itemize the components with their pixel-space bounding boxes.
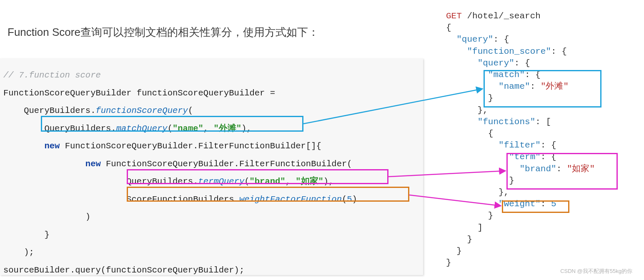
code-line: new FunctionScoreQueryBuilder.FilterFunc… — [0, 138, 423, 155]
code-line: "function_score": { — [442, 46, 640, 58]
json-dsl-panel: GET /hotel/_search { "query": { "functio… — [442, 10, 640, 269]
code-line: { — [442, 128, 640, 140]
code-line: "query": { — [442, 58, 640, 69]
code-line: "filter": { — [442, 140, 640, 151]
highlight-match-query — [41, 116, 303, 132]
highlight-json-match — [484, 70, 601, 108]
code-line: } — [0, 226, 423, 244]
code-line: // 7.function score — [0, 67, 423, 85]
watermark-text: CSDN @我不配拥有55kg的你 — [560, 268, 632, 275]
highlight-term-query — [127, 169, 388, 184]
code-line: ) — [0, 208, 423, 226]
code-line: } — [442, 245, 640, 257]
code-line: "query": { — [442, 34, 640, 45]
code-line: "functions": [ — [442, 116, 640, 128]
code-line: ] — [442, 222, 640, 234]
highlight-json-weight — [502, 200, 569, 213]
code-comment: // 7.function score — [3, 70, 101, 80]
highlight-json-term — [506, 153, 618, 190]
highlight-weight-factor — [127, 187, 409, 202]
code-line: ); — [0, 244, 423, 262]
java-code-panel: // 7.function score FunctionScoreQueryBu… — [0, 58, 423, 275]
code-line: GET /hotel/_search — [442, 10, 640, 22]
code-line: FunctionScoreQueryBuilder functionScoreQ… — [0, 85, 423, 102]
code-line: sourceBuilder.query(functionScoreQueryBu… — [0, 262, 423, 280]
code-line: } — [442, 234, 640, 245]
page-title: Function Score查询可以控制文档的相关性算分，使用方式如下： — [8, 25, 319, 40]
code-line: { — [442, 22, 640, 34]
